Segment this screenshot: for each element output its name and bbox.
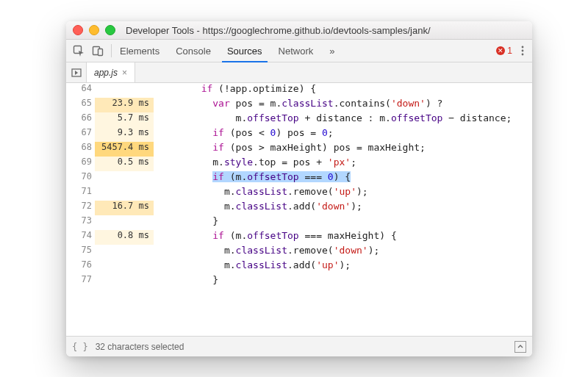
file-tab-close-icon[interactable]: × <box>122 68 127 78</box>
line-timing <box>95 259 154 274</box>
code-line[interactable]: 76 m.classList.add('up'); <box>66 259 532 274</box>
code-editor[interactable]: 64 if (!app.optimize) {6523.9 ms var pos… <box>66 83 532 336</box>
line-timing <box>95 215 154 230</box>
file-tab-bar: app.js × <box>66 62 532 83</box>
line-number: 65 <box>66 98 95 112</box>
tab-overflow[interactable]: » <box>321 40 343 62</box>
line-timing: 0.5 ms <box>95 157 154 171</box>
line-timing: 23.9 ms <box>95 98 154 112</box>
line-code: m.classList.remove('up'); <box>154 186 532 201</box>
status-text: 32 characters selected <box>96 342 184 352</box>
error-icon: ✕ <box>496 46 505 55</box>
line-code: if (!app.optimize) { <box>154 83 532 98</box>
line-code: var pos = m.classList.contains('down') ? <box>154 98 532 112</box>
collapse-drawer-icon[interactable] <box>514 341 526 353</box>
code-line[interactable]: 64 if (!app.optimize) { <box>66 83 532 98</box>
svg-point-3 <box>522 46 524 49</box>
devtools-window: Developer Tools - https://googlechrome.g… <box>66 21 532 356</box>
window-zoom-button[interactable] <box>105 25 115 35</box>
line-number: 71 <box>66 186 95 201</box>
code-line[interactable]: 77 } <box>66 274 532 289</box>
line-number: 76 <box>66 259 95 274</box>
status-bar: { } 32 characters selected <box>66 336 532 356</box>
code-line[interactable]: 740.8 ms if (m.offsetTop === maxHeight) … <box>66 230 532 245</box>
line-code: if (pos < 0) pos = 0; <box>154 127 532 142</box>
device-toolbar-icon[interactable] <box>89 45 111 57</box>
line-timing <box>95 83 154 98</box>
tab-network[interactable]: Network <box>270 40 322 62</box>
code-line[interactable]: 73 } <box>66 215 532 230</box>
line-number: 73 <box>66 215 95 230</box>
panel-tabbar: ElementsConsoleSourcesNetwork » ✕ 1 <box>66 40 532 62</box>
line-number: 68 <box>66 142 95 157</box>
tab-elements[interactable]: Elements <box>112 40 168 62</box>
line-timing: 5.7 ms <box>95 112 154 127</box>
svg-rect-2 <box>98 49 103 56</box>
line-number: 75 <box>66 245 95 259</box>
overflow-label: » <box>329 46 334 57</box>
tab-label: Elements <box>120 46 159 57</box>
line-number: 77 <box>66 274 95 289</box>
line-code: if (m.offsetTop === 0) { <box>154 171 532 186</box>
line-number: 69 <box>66 157 95 171</box>
line-number: 72 <box>66 201 95 215</box>
line-timing <box>95 245 154 259</box>
line-timing: 9.3 ms <box>95 127 154 142</box>
line-timing: 5457.4 ms <box>95 142 154 157</box>
line-number: 70 <box>66 171 95 186</box>
line-code: } <box>154 215 532 230</box>
error-count: 1 <box>507 46 512 56</box>
line-code: m.classList.remove('down'); <box>154 245 532 259</box>
line-code: m.style.top = pos + 'px'; <box>154 157 532 171</box>
window-close-button[interactable] <box>73 25 83 35</box>
line-code: if (m.offsetTop === maxHeight) { <box>154 230 532 245</box>
error-badge[interactable]: ✕ 1 <box>492 46 517 56</box>
code-line[interactable]: 685457.4 ms if (pos > maxHeight) pos = m… <box>66 142 532 157</box>
code-line[interactable]: 70 if (m.offsetTop === 0) { <box>66 171 532 186</box>
pretty-print-icon[interactable]: { } <box>72 342 88 352</box>
tab-label: Sources <box>227 46 262 57</box>
line-number: 64 <box>66 83 95 98</box>
tab-label: Network <box>279 46 314 57</box>
line-timing <box>95 274 154 289</box>
line-timing <box>95 171 154 186</box>
line-number: 66 <box>66 112 95 127</box>
line-code: } <box>154 274 532 289</box>
code-line[interactable]: 75 m.classList.remove('down'); <box>66 245 532 259</box>
line-timing <box>95 186 154 201</box>
line-timing: 0.8 ms <box>95 230 154 245</box>
file-tab[interactable]: app.js × <box>87 62 135 82</box>
code-line[interactable]: 71 m.classList.remove('up'); <box>66 186 532 201</box>
line-code: m.classList.add('down'); <box>154 201 532 215</box>
code-line[interactable]: 690.5 ms m.style.top = pos + 'px'; <box>66 157 532 171</box>
svg-point-4 <box>522 50 524 52</box>
line-timing: 16.7 ms <box>95 201 154 215</box>
svg-point-5 <box>522 54 524 56</box>
tab-console[interactable]: Console <box>168 40 219 62</box>
inspect-element-icon[interactable] <box>70 45 89 57</box>
code-line[interactable]: 7216.7 ms m.classList.add('down'); <box>66 201 532 215</box>
titlebar: Developer Tools - https://googlechrome.g… <box>66 21 532 40</box>
window-minimize-button[interactable] <box>89 25 99 35</box>
code-line[interactable]: 665.7 ms m.offsetTop + distance : m.offs… <box>66 112 532 127</box>
line-code: m.offsetTop + distance : m.offsetTop − d… <box>154 112 532 127</box>
window-title: Developer Tools - https://googlechrome.g… <box>126 25 431 36</box>
line-code: if (pos > maxHeight) pos = maxHeight; <box>154 142 532 157</box>
tab-label: Console <box>176 46 211 57</box>
line-code: m.classList.add('up'); <box>154 259 532 274</box>
tab-sources[interactable]: Sources <box>219 40 270 62</box>
kebab-menu-icon[interactable] <box>517 45 528 57</box>
file-tab-label: app.js <box>94 68 118 78</box>
navigator-toggle-icon[interactable] <box>66 62 87 82</box>
code-line[interactable]: 679.3 ms if (pos < 0) pos = 0; <box>66 127 532 142</box>
line-number: 74 <box>66 230 95 245</box>
code-line[interactable]: 6523.9 ms var pos = m.classList.contains… <box>66 98 532 112</box>
line-number: 67 <box>66 127 95 142</box>
